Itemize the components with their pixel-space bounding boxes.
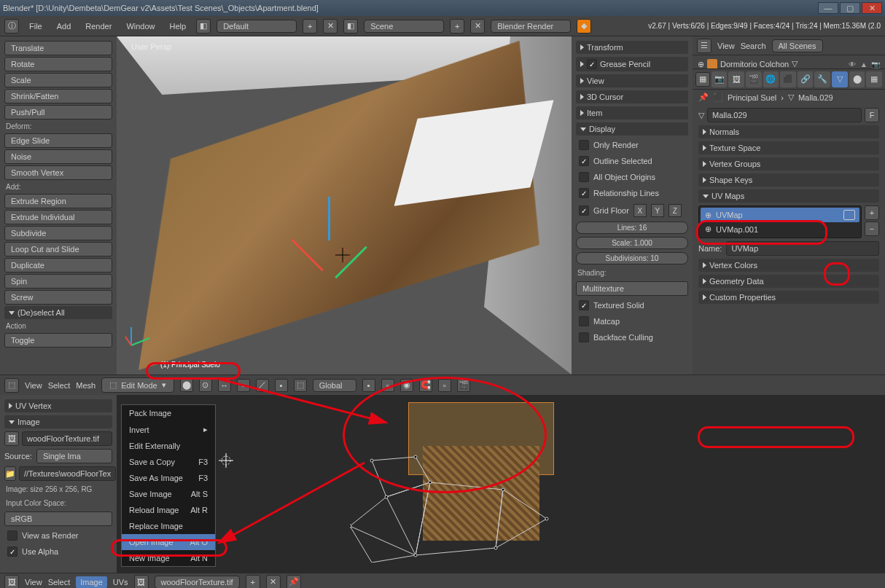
- snap-icon[interactable]: 🧲: [419, 379, 432, 392]
- uv-menu-select[interactable]: Select: [48, 578, 71, 587]
- outliner-row[interactable]: ⊕ Dormitorio Colchon ▽ 👁 ▲ 📷: [694, 57, 884, 68]
- textured-solid-checkbox[interactable]: [579, 300, 589, 310]
- layout-prev-icon[interactable]: ◧: [196, 19, 211, 34]
- visibility-icon[interactable]: 👁: [847, 59, 857, 68]
- outliner-filter[interactable]: All Scenes: [772, 39, 823, 52]
- breadcrumb-object[interactable]: Principal Suel: [728, 93, 776, 102]
- layer-1[interactable]: ▪: [362, 379, 375, 392]
- orientation-dropdown[interactable]: Global: [313, 379, 356, 392]
- 3dview-menu-select[interactable]: Select: [48, 381, 71, 390]
- scene-browse-icon[interactable]: ◧: [343, 19, 358, 34]
- tool-edge-slide[interactable]: Edge Slide: [4, 133, 112, 148]
- customprops-panel[interactable]: Custom Properties: [698, 291, 879, 304]
- image-menu-item[interactable]: Replace Image: [122, 518, 215, 534]
- image-menu-item[interactable]: Save As ImageF3: [122, 470, 215, 486]
- outliner-search-menu[interactable]: Search: [741, 42, 766, 50]
- tool-subdivide[interactable]: Subdivide: [4, 226, 112, 240]
- image-add-icon[interactable]: +: [246, 575, 260, 589]
- tab-constraints[interactable]: 🔗: [798, 71, 814, 87]
- vcolors-panel[interactable]: Vertex Colors: [698, 259, 879, 272]
- tool-smooth-vertex[interactable]: Smooth Vertex: [4, 165, 112, 180]
- maximize-button[interactable]: ▢: [840, 2, 860, 14]
- render-engine-dropdown[interactable]: Blender Render: [491, 20, 571, 33]
- prop-edit-icon[interactable]: ◉: [400, 379, 413, 392]
- uvmap-list[interactable]: ⊕ UVMap ⊕ UVMap.001: [698, 205, 862, 238]
- scene-dropdown[interactable]: Scene: [364, 20, 444, 33]
- selectable-icon[interactable]: ▲: [859, 59, 869, 68]
- tab-texture[interactable]: ▦: [866, 71, 882, 87]
- mesh-data-icon[interactable]: ▽: [792, 59, 802, 68]
- uvmap-remove-button[interactable]: −: [865, 222, 879, 236]
- fake-user-button[interactable]: F: [865, 108, 879, 122]
- panel-grease-pencil[interactable]: Grease Pencil: [576, 57, 688, 71]
- shading-dropdown[interactable]: Multitexture: [576, 281, 688, 296]
- image-panel[interactable]: Image: [4, 415, 112, 428]
- screen-layout-dropdown[interactable]: Default: [217, 20, 297, 33]
- image-browse-icon[interactable]: 🖼: [4, 431, 19, 446]
- axis-y-toggle[interactable]: Y: [651, 204, 664, 217]
- tool-screw[interactable]: Screw: [4, 290, 112, 305]
- render-uv-icon[interactable]: [843, 210, 855, 220]
- menu-add[interactable]: Add: [52, 22, 76, 31]
- tool-spin[interactable]: Spin: [4, 274, 112, 289]
- tool-extrude-individual[interactable]: Extrude Individual: [4, 210, 112, 224]
- uvmaps-panel[interactable]: UV Maps: [698, 189, 879, 203]
- image-menu-item[interactable]: Pack Image: [122, 405, 215, 421]
- use-alpha-checkbox[interactable]: [7, 546, 17, 557]
- menu-render[interactable]: Render: [81, 22, 116, 31]
- panel-item[interactable]: Item: [576, 106, 688, 119]
- sel-face-icon[interactable]: ▪: [275, 379, 288, 392]
- grid-subdiv-field[interactable]: Subdivisions: 10: [576, 252, 688, 264]
- grid-scale-field[interactable]: Scale: 1.000: [576, 237, 688, 249]
- tab-layers[interactable]: 🖼: [728, 71, 744, 87]
- image-datablock-icon[interactable]: 🖼: [134, 575, 149, 589]
- uv-menu-view[interactable]: View: [25, 578, 42, 587]
- editor-type-icon[interactable]: ⓘ: [4, 19, 19, 34]
- tool-rotate[interactable]: Rotate: [4, 57, 112, 71]
- grid-lines-field[interactable]: Lines: 16: [576, 222, 688, 234]
- close-button[interactable]: ✕: [862, 2, 882, 14]
- image-menu-item[interactable]: Edit Externally: [122, 438, 215, 454]
- sel-edge-icon[interactable]: ／: [256, 379, 269, 392]
- grease-checkbox[interactable]: [587, 59, 597, 69]
- mesh-link-icon[interactable]: ▽: [698, 111, 704, 120]
- matcap-checkbox[interactable]: [579, 316, 589, 326]
- uv-editor-view[interactable]: [117, 395, 885, 573]
- shading-sphere-icon[interactable]: ⬤: [180, 379, 193, 392]
- tab-scene[interactable]: 🎬: [746, 71, 762, 87]
- texspace-panel[interactable]: Texture Space: [698, 141, 879, 154]
- uv-menu-uvs[interactable]: UVs: [113, 578, 128, 587]
- image-path-field[interactable]: //Textures\woodFloorTex: [19, 466, 116, 481]
- image-menu-item[interactable]: Invert▸: [122, 421, 215, 438]
- layer-2[interactable]: ▫: [381, 379, 394, 392]
- uvmap-item-2[interactable]: ⊕ UVMap.001: [701, 222, 859, 236]
- manipulator-icon[interactable]: ↔: [218, 379, 231, 392]
- geodata-panel[interactable]: Geometry Data: [698, 275, 879, 288]
- tool-noise[interactable]: Noise: [4, 149, 112, 164]
- pin-image-icon[interactable]: 📌: [286, 575, 301, 589]
- source-dropdown[interactable]: Single Ima: [36, 449, 112, 463]
- scene-add-icon[interactable]: +: [450, 19, 464, 34]
- tab-modifiers[interactable]: 🔧: [814, 71, 830, 87]
- tool-translate[interactable]: Translate: [4, 41, 112, 55]
- panel-display[interactable]: Display: [576, 122, 688, 136]
- opengl-render-icon[interactable]: 🎬: [457, 379, 470, 392]
- menu-file[interactable]: File: [25, 22, 47, 31]
- 3dview-menu-mesh[interactable]: Mesh: [76, 381, 95, 390]
- all-origins-checkbox[interactable]: [579, 172, 589, 182]
- uv-editor-type-icon[interactable]: 🖼: [4, 575, 19, 589]
- backface-checkbox[interactable]: [579, 332, 589, 342]
- image-unlink-icon[interactable]: ✕: [266, 575, 281, 589]
- breadcrumb-mesh[interactable]: Malla.029: [798, 93, 833, 102]
- action-dropdown[interactable]: Toggle: [4, 333, 112, 348]
- snap-target-icon[interactable]: ▫: [438, 379, 451, 392]
- uvmap-add-button[interactable]: +: [865, 205, 879, 220]
- layout-add-icon[interactable]: +: [303, 19, 317, 34]
- tool-push-pull[interactable]: Push/Pull: [4, 105, 112, 119]
- outliner-tree[interactable]: ⊕ Dormitorio Colchon ▽ 👁 ▲ 📷 ⊕ Dormitori…: [693, 55, 885, 68]
- menu-window[interactable]: Window: [122, 22, 159, 31]
- image-menu-item[interactable]: Save a CopyF3: [122, 454, 215, 470]
- mesh-name-field[interactable]: Malla.029: [707, 108, 862, 122]
- pivot-icon[interactable]: ⊙: [199, 379, 212, 392]
- layout-del-icon[interactable]: ✕: [323, 19, 338, 34]
